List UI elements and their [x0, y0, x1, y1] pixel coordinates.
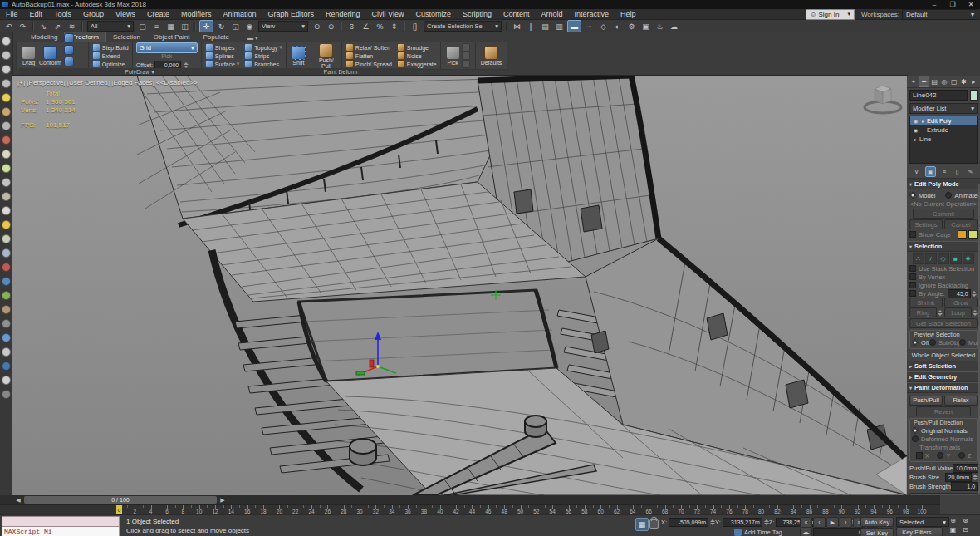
sphere-icon[interactable]	[2, 178, 11, 187]
auto-key-button[interactable]: Auto Key	[860, 517, 894, 527]
menu-item-tools[interactable]: Tools	[48, 9, 77, 19]
conform-tool[interactable]: Conform	[39, 46, 61, 66]
bind-to-space-warp-icon[interactable]: ≋	[66, 21, 78, 32]
paint-option-icon[interactable]	[462, 52, 470, 60]
shrink-button[interactable]: Shrink	[909, 298, 943, 307]
lamp-icon[interactable]	[2, 93, 11, 102]
polydraw-caption[interactable]: PolyDraw ▾	[19, 68, 260, 76]
stack-item-line[interactable]: ▸ Line	[910, 135, 977, 144]
relax-soften-button[interactable]: Relax/ Soften	[345, 43, 392, 52]
maximize-button[interactable]: ❐	[943, 1, 962, 8]
checker-icon[interactable]	[2, 51, 11, 60]
ring-button[interactable]: Ring	[909, 307, 937, 317]
revert-button[interactable]: Revert	[916, 406, 971, 416]
remove-modifier-icon[interactable]: ▯	[953, 167, 962, 176]
paint-option-icon[interactable]	[462, 43, 470, 52]
menu-item-rendering[interactable]: Rendering	[320, 9, 366, 19]
paint-option-icon[interactable]	[462, 60, 470, 68]
select-and-move-icon[interactable]: ✛	[199, 20, 213, 32]
help-icon[interactable]	[2, 390, 11, 399]
vertex-mode-icon[interactable]: ∴	[913, 253, 924, 264]
loop-button[interactable]: Loop	[944, 307, 972, 317]
toggle-ribbon-icon[interactable]: ▬	[567, 20, 581, 32]
model-radio[interactable]	[909, 192, 916, 199]
make-unique-icon[interactable]: ≡	[940, 167, 949, 176]
configure-modifier-sets-icon[interactable]: ✎	[966, 167, 975, 176]
pour-icon[interactable]	[2, 107, 11, 116]
optimize-button[interactable]: Optimize	[92, 60, 129, 68]
zoom-icon[interactable]: ⊕	[947, 516, 959, 525]
viewport-label[interactable]: [+] [Perspective] [User Defined] [Edged …	[17, 79, 198, 86]
selection-region-icon[interactable]: ▦	[164, 21, 177, 32]
bird-icon[interactable]	[2, 319, 11, 328]
push-pull-value-field[interactable]: 10,0mm	[953, 464, 979, 473]
panel-overflow-icon[interactable]: ▸	[968, 76, 978, 86]
rollout-selection[interactable]: ▾ Selection	[907, 241, 980, 252]
menu-item-customize[interactable]: Customize	[409, 9, 457, 19]
x-coordinate-field[interactable]: -505,099m	[669, 518, 708, 527]
workspace-dropdown[interactable]: Default ▾	[902, 9, 978, 20]
settings-button[interactable]: Settings	[909, 219, 943, 229]
menu-item-interactive[interactable]: Interactive	[568, 9, 615, 19]
grid-icon[interactable]	[2, 79, 11, 88]
brush-size-field[interactable]: 20,0mm	[945, 473, 972, 482]
eye-icon[interactable]: ◉	[912, 118, 919, 124]
expand-icon[interactable]: ▸	[919, 118, 927, 124]
shapes-button[interactable]: Shapes	[205, 43, 240, 52]
menu-item-content[interactable]: Content	[497, 9, 536, 19]
rollout-edit-poly-mode[interactable]: ▾ Edit Poly Mode	[907, 179, 980, 189]
select-and-scale-icon[interactable]: ◱	[229, 21, 242, 32]
get-stack-selection-button[interactable]: Get Stack Selection	[909, 318, 978, 328]
use-pivot-center-icon[interactable]: ⊙	[311, 21, 323, 32]
reference-coordinate-dropdown[interactable]: View▾	[258, 21, 308, 32]
isolate-selection-toggle[interactable]: ▦	[635, 518, 649, 531]
notes-icon[interactable]	[2, 65, 11, 74]
rollout-edit-geometry[interactable]: ▸ Edit Geometry	[907, 371, 980, 382]
ribbon-tab-selection[interactable]: Selection	[106, 32, 147, 42]
grid-dropdown[interactable]: Grid▾	[136, 42, 198, 53]
rain-icon[interactable]	[2, 248, 11, 258]
defaults-tool[interactable]: Defaults	[481, 46, 502, 66]
key-filters-button[interactable]: Key Filters...	[896, 527, 943, 536]
menu-item-file[interactable]: File	[0, 9, 24, 19]
extend-button[interactable]: Extend	[92, 52, 129, 60]
flatten-button[interactable]: Flatten	[345, 52, 392, 60]
strips-button[interactable]: Strips	[244, 52, 282, 60]
object-name-field[interactable]	[909, 90, 968, 101]
topology-button[interactable]: Topology ▾	[244, 43, 282, 52]
sphere2-icon[interactable]	[2, 234, 11, 243]
redo-icon[interactable]: ↷	[17, 21, 29, 32]
branches-button[interactable]: Branches	[244, 60, 282, 68]
menu-item-arnold[interactable]: Arnold	[535, 9, 568, 19]
selection-lock-toggle[interactable]	[649, 519, 659, 529]
menu-item-modifiers[interactable]: Modifiers	[175, 9, 218, 19]
border-mode-icon[interactable]: ◇	[938, 253, 949, 264]
select-and-link-icon[interactable]: ⇘	[37, 21, 50, 32]
set-key-button[interactable]: Set Key	[860, 528, 894, 536]
menu-item-graph-editors[interactable]: Graph Editors	[262, 9, 320, 19]
material-editor-icon[interactable]: ◐	[611, 21, 624, 32]
ribbon-tab-object-paint[interactable]: Object Paint	[147, 32, 197, 42]
perspective-viewport[interactable]: [+] [Perspective] [User Defined] [Edged …	[12, 76, 907, 495]
pinch-spread-button[interactable]: Pinch/ Spread	[345, 60, 392, 68]
select-and-rotate-icon[interactable]: ↻	[215, 21, 228, 32]
preview-subobj-radio[interactable]	[929, 339, 936, 346]
element-mode-icon[interactable]: ❖	[963, 253, 974, 264]
modifier-list-dropdown[interactable]: Modifier List ▾	[909, 103, 978, 114]
cage-color-swatch[interactable]	[958, 230, 967, 239]
close-button[interactable]: ✕	[962, 1, 980, 8]
menu-item-animation[interactable]: Animation	[217, 9, 262, 19]
maxscript-listener-field[interactable]: MAXScript Mi	[2, 527, 120, 536]
noise-button[interactable]: Noise	[397, 52, 437, 60]
axis-y-radio[interactable]	[937, 452, 943, 459]
expand-icon[interactable]: ▸	[912, 136, 919, 142]
by-vertex-checkbox[interactable]	[909, 273, 916, 280]
select-and-place-icon[interactable]: ◉	[243, 21, 256, 32]
original-normals-radio[interactable]	[912, 427, 919, 434]
globe-icon[interactable]	[2, 291, 11, 300]
mirror-icon[interactable]: ⋈	[511, 21, 523, 32]
select-by-name-icon[interactable]: ≡	[150, 21, 163, 32]
selection-filter-dropdown[interactable]: All▾	[87, 21, 134, 32]
window-crossing-icon[interactable]: ◫	[179, 21, 191, 32]
menu-item-help[interactable]: Help	[615, 9, 642, 19]
